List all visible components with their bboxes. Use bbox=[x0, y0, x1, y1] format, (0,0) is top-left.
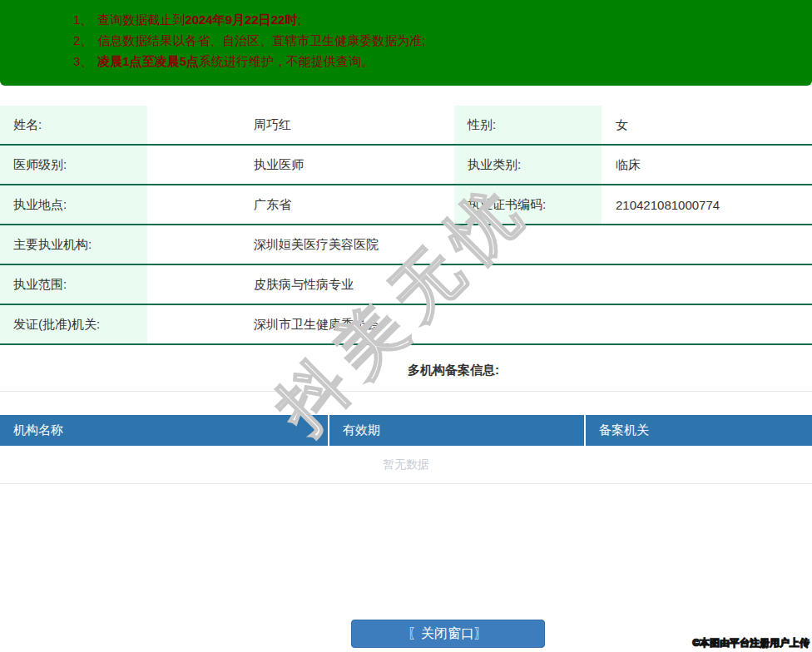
notice-line-3: 3、凌晨1点至凌晨5点系统进行维护，不能提供查询。 bbox=[73, 51, 812, 72]
notice-banner: 1、查询数据截止到2024年9月22日22时; 2、信息数据结果以各省、自治区、… bbox=[0, 0, 812, 86]
practice-category-label: 执业类别: bbox=[454, 145, 602, 185]
notice-number: 3、 bbox=[73, 54, 92, 68]
doctor-level-label: 医师级别: bbox=[0, 145, 147, 185]
multi-institution-records-table: 机构名称 有效期 备案机关 暂无数据 bbox=[0, 415, 812, 484]
records-header-row: 机构名称 有效期 备案机关 bbox=[0, 415, 812, 446]
close-window-button[interactable]: 〖关闭窗口〗 bbox=[351, 620, 545, 648]
license-query-result-page: { "notice": { "bg_color": "#008100", "te… bbox=[0, 0, 812, 652]
gender-value: 女 bbox=[602, 106, 812, 145]
practice-location-label: 执业地点: bbox=[0, 185, 147, 225]
practice-scope-value: 皮肤病与性病专业 bbox=[147, 264, 812, 304]
notice-number: 1、 bbox=[73, 12, 92, 27]
practice-category-value: 临床 bbox=[602, 145, 812, 185]
table-row-practice-scope: 执业范围: 皮肤病与性病专业 bbox=[0, 264, 812, 304]
multi-institution-section-title: 多机构备案信息: bbox=[47, 363, 812, 378]
main-institution-label: 主要执业机构: bbox=[0, 225, 147, 264]
practitioner-details-table: 姓名: 周巧红 性别: 女 医师级别: 执业医师 执业类别: 临床 执业地点: … bbox=[0, 106, 812, 345]
notice-line-2: 2、信息数据结果以各省、自治区、直辖市卫生健康委数据为准; bbox=[73, 30, 812, 51]
notice-text: 系统进行维护，不能提供查询。 bbox=[199, 54, 374, 68]
license-number-label: 执业证书编码: bbox=[454, 185, 602, 225]
name-label: 姓名: bbox=[0, 106, 147, 145]
section-divider bbox=[0, 391, 812, 392]
table-row-issuing-authority: 发证(批准)机关: 深圳市卫生健康委员会 bbox=[0, 304, 812, 344]
notice-text: 信息数据结果以各省、自治区、直辖市卫生健康委数据为准; bbox=[97, 33, 425, 47]
main-institution-value: 深圳姮美医疗美容医院 bbox=[147, 225, 812, 264]
notice-number: 2、 bbox=[73, 33, 92, 47]
table-row-location-license: 执业地点: 广东省 执业证书编码: 210421081000774 bbox=[0, 185, 812, 225]
practice-scope-label: 执业范围: bbox=[0, 264, 147, 304]
notice-text: ; bbox=[297, 12, 300, 27]
table-row-name-gender: 姓名: 周巧红 性别: 女 bbox=[0, 106, 812, 145]
institution-name-header: 机构名称 bbox=[0, 415, 329, 446]
license-number-value: 210421081000774 bbox=[602, 185, 812, 225]
gender-label: 性别: bbox=[454, 106, 602, 145]
no-data-placeholder: 暂无数据 bbox=[0, 446, 812, 484]
name-value: 周巧红 bbox=[147, 106, 454, 145]
notice-text: 查询数据截止到 bbox=[97, 12, 185, 27]
notice-text-bold: 2024年9月22日22时 bbox=[185, 12, 297, 27]
table-row-main-institution: 主要执业机构: 深圳姮美医疗美容医院 bbox=[0, 225, 812, 264]
practice-location-value: 广东省 bbox=[147, 185, 454, 225]
table-row-level-category: 医师级别: 执业医师 执业类别: 临床 bbox=[0, 145, 812, 185]
records-empty-row: 暂无数据 bbox=[0, 446, 812, 484]
validity-period-header: 有效期 bbox=[329, 415, 585, 446]
issuing-authority-value: 深圳市卫生健康委员会 bbox=[147, 304, 812, 344]
filing-authority-header: 备案机关 bbox=[585, 415, 812, 446]
notice-text-bold: 凌晨1点至凌晨5点 bbox=[97, 54, 199, 68]
doctor-level-value: 执业医师 bbox=[147, 145, 454, 185]
upload-credit-text: ©本图由平台注册用户上传 bbox=[692, 636, 810, 650]
notice-line-1: 1、查询数据截止到2024年9月22日22时; bbox=[73, 9, 812, 30]
issuing-authority-label: 发证(批准)机关: bbox=[0, 304, 147, 344]
